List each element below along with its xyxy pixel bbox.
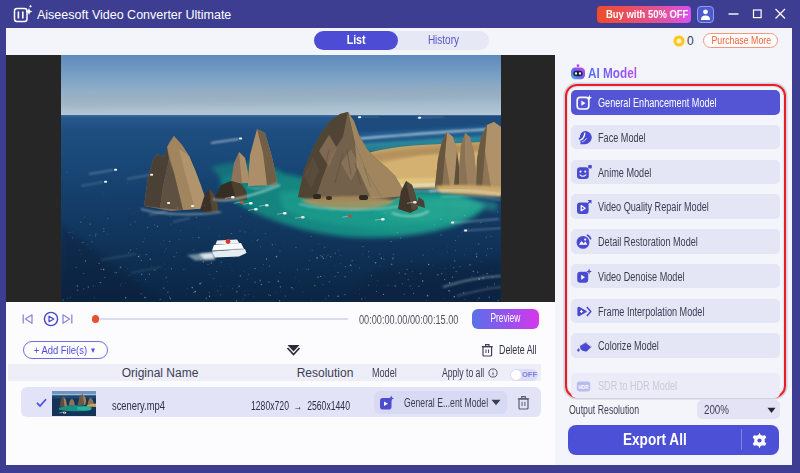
svg-text:HDR: HDR	[578, 384, 589, 389]
